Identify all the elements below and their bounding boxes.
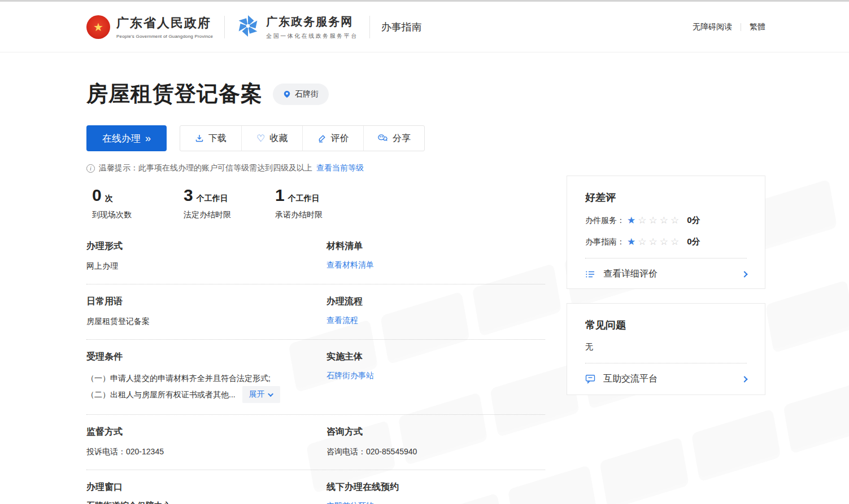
favorite-button[interactable]: ♡ 收藏 bbox=[241, 126, 302, 151]
complaint-phone: 投诉电话：020-12345 bbox=[86, 445, 326, 458]
info-row: 监督方式 投诉电话：020-12345 咨询方式 咨询电话：020-855459… bbox=[86, 415, 545, 470]
info-grid: 办理形式 网上办理 材料清单 查看材料清单 日常用语 房屋租赁登记备案 办理流程… bbox=[86, 239, 545, 504]
star-icon[interactable]: ☆ bbox=[660, 236, 671, 247]
consultation-phone: 咨询电话：020-85545940 bbox=[326, 445, 545, 458]
share-button[interactable]: 分享 bbox=[363, 126, 424, 151]
star-icon[interactable]: ☆ bbox=[671, 236, 681, 247]
portal-subtitle: 全国一体化在线政务服务平台 bbox=[266, 32, 358, 40]
portal-name: 广东政务服务网 bbox=[266, 14, 358, 29]
guide-rating-row: 办事指南： ★☆☆☆☆ 0分 bbox=[585, 236, 747, 247]
header-right-divider bbox=[741, 23, 741, 31]
section-label: 办事指南 bbox=[381, 20, 422, 34]
chevron-right-icon bbox=[741, 376, 747, 382]
chevron-down-icon bbox=[268, 391, 273, 397]
gov-logo[interactable]: ★ 广东省人民政府 People's Government of Guangdo… bbox=[86, 15, 213, 39]
info-row: 日常用语 房屋租赁登记备案 办理流程 查看流程 bbox=[86, 284, 545, 340]
warm-tip: i 温馨提示： 此事项在线办理的账户可信等级需达到四级及以上 查看当前等级 bbox=[86, 163, 545, 173]
consultation-cell: 咨询方式 咨询电话：020-85545940 bbox=[326, 426, 545, 458]
star-icon[interactable]: ☆ bbox=[649, 215, 660, 226]
condition-line-1: （一）申请人提交的申请材料齐全并且符合法定形式; bbox=[86, 370, 326, 386]
star-icon[interactable]: ☆ bbox=[638, 236, 648, 247]
condition-line-2: （二）出租人与房屋所有权证书或者其他... bbox=[86, 387, 236, 402]
pinwheel-logo-icon bbox=[236, 14, 260, 40]
view-current-level-link[interactable]: 查看当前等级 bbox=[316, 163, 364, 173]
rating-card-title: 好差评 bbox=[585, 191, 747, 204]
mutual-exchange-platform-link[interactable]: 互助交流平台 bbox=[585, 363, 747, 395]
pencil-icon bbox=[317, 134, 326, 143]
service-rating-row: 办件服务： ★☆☆☆☆ 0分 bbox=[585, 215, 747, 226]
accessibility-link[interactable]: 无障碍阅读 bbox=[693, 22, 732, 32]
go-reserve-link[interactable]: 立即前往预约 bbox=[326, 501, 374, 504]
view-material-list-link[interactable]: 查看材料清单 bbox=[326, 260, 374, 270]
online-apply-button[interactable]: 在线办理 » bbox=[86, 125, 167, 151]
wechat-share-icon bbox=[377, 134, 388, 143]
expand-button[interactable]: 展开 bbox=[242, 386, 280, 403]
gov-subtitle: People's Government of Guangdong Provinc… bbox=[116, 34, 213, 39]
star-icon[interactable]: ☆ bbox=[671, 215, 681, 226]
header-divider bbox=[224, 16, 225, 38]
stat-visits: 0 次 到现场次数 bbox=[92, 186, 154, 220]
stat-statutory-limit: 3 个工作日 法定办结时限 bbox=[184, 186, 246, 220]
star-icon[interactable]: ☆ bbox=[660, 215, 671, 226]
header: ★ 广东省人民政府 People's Government of Guangdo… bbox=[0, 2, 849, 52]
info-row: 办理形式 网上办理 材料清单 查看材料清单 bbox=[86, 239, 545, 284]
header-divider bbox=[369, 16, 370, 38]
view-detailed-reviews-link[interactable]: 查看详细评价 bbox=[585, 258, 747, 289]
faq-card: 常见问题 无 互助交流平台 bbox=[567, 303, 765, 395]
download-button[interactable]: 下载 bbox=[180, 126, 241, 151]
heart-icon: ♡ bbox=[256, 134, 265, 143]
national-emblem-icon: ★ bbox=[86, 15, 110, 39]
process-cell: 办理流程 查看流程 bbox=[326, 296, 545, 328]
download-icon bbox=[195, 134, 204, 143]
tip-prefix: 温馨提示： bbox=[99, 163, 138, 173]
list-icon bbox=[585, 270, 595, 279]
star-icon[interactable]: ☆ bbox=[638, 215, 648, 226]
rating-score: 0分 bbox=[687, 215, 700, 226]
star-rating: ★☆☆☆☆ bbox=[627, 237, 681, 247]
chevron-right-icon bbox=[741, 271, 747, 277]
double-arrow-icon: » bbox=[145, 133, 151, 144]
info-row: 受理条件 （一）申请人提交的申请材料齐全并且符合法定形式; （二）出租人与房屋所… bbox=[86, 340, 545, 415]
star-icon[interactable]: ★ bbox=[627, 215, 638, 226]
rate-button[interactable]: 评价 bbox=[302, 126, 363, 151]
location-badge: 石牌街 bbox=[273, 84, 329, 105]
page-title: 房屋租赁登记备案 bbox=[86, 80, 263, 108]
star-icon[interactable]: ★ bbox=[627, 236, 638, 247]
star-rating: ★☆☆☆☆ bbox=[627, 216, 681, 225]
offline-reservation-cell: 线下办理在线预约 立即前往预约 bbox=[326, 481, 545, 504]
common-term-cell: 日常用语 房屋租赁登记备案 bbox=[86, 296, 326, 328]
rating-score: 0分 bbox=[687, 236, 700, 247]
faq-card-title: 常见问题 bbox=[585, 318, 747, 332]
location-pin-icon bbox=[283, 90, 291, 99]
location-badge-label: 石牌街 bbox=[295, 89, 319, 99]
info-row: 办理窗口 石牌街道综合保障中心 办理地点：天河区石牌东路127号（积分制业务为5… bbox=[86, 470, 545, 504]
handling-form-cell: 办理形式 网上办理 bbox=[86, 240, 326, 273]
info-icon: i bbox=[86, 164, 95, 173]
view-process-link[interactable]: 查看流程 bbox=[326, 315, 358, 326]
material-list-cell: 材料清单 查看材料清单 bbox=[326, 240, 545, 273]
sidebar: 好差评 办件服务： ★☆☆☆☆ 0分 办事指南： ★☆☆☆☆ 0分 查看详细评价 bbox=[567, 176, 765, 395]
implementing-body-link[interactable]: 石牌街办事站 bbox=[326, 371, 374, 381]
chat-icon bbox=[585, 374, 595, 384]
star-icon[interactable]: ☆ bbox=[649, 236, 660, 247]
service-center-name: 石牌街道综合保障中心 bbox=[86, 501, 326, 504]
acceptance-conditions-cell: 受理条件 （一）申请人提交的申请材料齐全并且符合法定形式; （二）出租人与房屋所… bbox=[86, 351, 326, 403]
tip-text: 此事项在线办理的账户可信等级需达到四级及以上 bbox=[138, 163, 312, 173]
faq-text: 无 bbox=[585, 342, 747, 352]
action-button-group: 下载 ♡ 收藏 评价 bbox=[180, 125, 425, 151]
traditional-chinese-link[interactable]: 繁體 bbox=[750, 22, 765, 32]
stats-row: 0 次 到现场次数 3 个工作日 法定办结时限 1 个工作日 承诺办结时限 bbox=[86, 186, 545, 220]
service-window-cell: 办理窗口 石牌街道综合保障中心 办理地点：天河区石牌东路127号（积分制业务为5… bbox=[86, 481, 326, 504]
gov-name: 广东省人民政府 bbox=[116, 15, 213, 32]
portal-logo[interactable]: 广东政务服务网 全国一体化在线政务服务平台 bbox=[236, 14, 358, 40]
supervision-cell: 监督方式 投诉电话：020-12345 bbox=[86, 426, 326, 458]
rating-card: 好差评 办件服务： ★☆☆☆☆ 0分 办事指南： ★☆☆☆☆ 0分 查看详细评价 bbox=[567, 176, 765, 289]
implementing-body-cell: 实施主体 石牌街办事站 bbox=[326, 351, 545, 403]
stat-promised-limit: 1 个工作日 承诺办结时限 bbox=[275, 186, 337, 220]
